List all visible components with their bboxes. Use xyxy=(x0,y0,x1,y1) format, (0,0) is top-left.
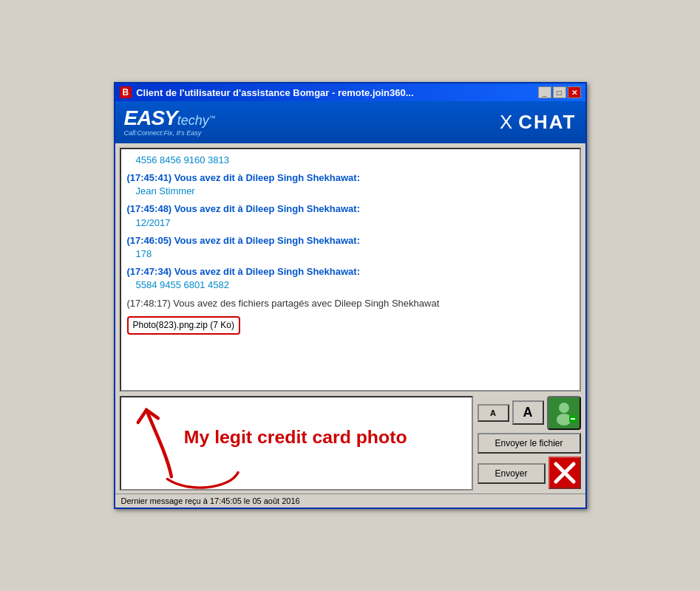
chat-area[interactable]: 4556 8456 9160 3813 (17:45:41) Vous avez… xyxy=(120,148,581,392)
chat-sender-4: (17:46:05) Vous avez dit à Dileep Singh … xyxy=(127,235,360,246)
app-icon: B xyxy=(120,86,132,98)
chat-message-1: 4556 8456 9160 3813 xyxy=(127,154,574,167)
chat-value-5: 5584 9455 6801 4582 xyxy=(127,279,574,292)
chat-value-4: 178 xyxy=(127,247,574,261)
chat-input-wrapper: My legit credit card photo xyxy=(120,396,473,491)
main-window: B Client de l'utilisateur d'assistance B… xyxy=(114,82,587,509)
chat-message-6: (17:48:17) Vous avez des fichiers partag… xyxy=(127,297,574,310)
logo-area: EASYtechy™ Call:Connect:Fix, It's Easy xyxy=(124,107,216,137)
svg-point-2 xyxy=(559,403,569,413)
logo-easy: EASY xyxy=(124,106,177,129)
send-file-button[interactable]: Envoyer le fichier xyxy=(478,433,581,454)
window-title: Client de l'utilisateur d'assistance Bom… xyxy=(136,87,413,98)
logo-techy: techy xyxy=(177,113,209,128)
chat-message-4: (17:46:05) Vous avez dit à Dileep Singh … xyxy=(127,234,574,261)
chat-sender-2: (17:45:41) Vous avez dit à Dileep Singh … xyxy=(127,172,360,183)
send-button[interactable]: Envoyer xyxy=(478,463,546,484)
status-bar: Dernier message reçu à 17:45:05 le 05 ao… xyxy=(115,493,585,508)
chat-message-5: (17:47:34) Vous avez dit à Dileep Singh … xyxy=(127,265,574,292)
font-large-button[interactable]: A xyxy=(512,400,544,425)
input-area: My legit credit card photo A A xyxy=(120,396,581,491)
chat-sender-5: (17:47:34) Vous avez dit à Dileep Singh … xyxy=(127,266,360,277)
header-x: X xyxy=(500,111,512,134)
close-big-button[interactable] xyxy=(548,457,581,489)
chat-message-2: (17:45:41) Vous avez dit à Dileep Singh … xyxy=(127,171,574,198)
svg-rect-5 xyxy=(571,418,575,420)
chat-message-7: Photo(823).png.zip (7 Ko) xyxy=(127,315,574,335)
title-bar-left: B Client de l'utilisateur d'assistance B… xyxy=(120,86,414,98)
chat-message-3: (17:45:48) Vous avez dit à Dileep Singh … xyxy=(127,202,574,229)
logo-bar: EASYtechy™ Call:Connect:Fix, It's Easy X… xyxy=(115,101,585,143)
chat-value-3: 12/2017 xyxy=(127,216,574,230)
title-controls: _ □ ✕ xyxy=(538,86,581,98)
minimize-button[interactable]: _ xyxy=(538,86,551,98)
title-bar: B Client de l'utilisateur d'assistance B… xyxy=(115,83,585,101)
chat-system-6: (17:48:17) Vous avez des fichiers partag… xyxy=(127,298,440,309)
logo-tagline: Call:Connect:Fix, It's Easy xyxy=(124,130,216,137)
top-row-buttons: A A xyxy=(478,396,581,430)
font-small-button[interactable]: A xyxy=(478,404,509,422)
avatar-button[interactable] xyxy=(547,396,581,430)
logo-brand: EASYtechy™ xyxy=(124,107,216,130)
chat-input[interactable] xyxy=(121,397,472,489)
buttons-panel: A A Envoyer le fichier xyxy=(478,396,581,491)
logo-tm: ™ xyxy=(209,115,216,122)
chat-sender-3: (17:45:48) Vous avez dit à Dileep Singh … xyxy=(127,203,360,214)
file-link[interactable]: Photo(823).png.zip (7 Ko) xyxy=(127,316,240,335)
chat-value-1: 4556 8456 9160 3813 xyxy=(127,154,574,167)
header-chat-label: CHAT xyxy=(518,111,576,134)
chat-value-2: Jean Stimmer xyxy=(127,185,574,198)
status-text: Dernier message reçu à 17:45:05 le 05 ao… xyxy=(121,496,300,505)
maximize-button[interactable]: □ xyxy=(553,86,566,98)
header-chat-area: X CHAT xyxy=(500,111,577,134)
close-button[interactable]: ✕ xyxy=(568,86,581,98)
